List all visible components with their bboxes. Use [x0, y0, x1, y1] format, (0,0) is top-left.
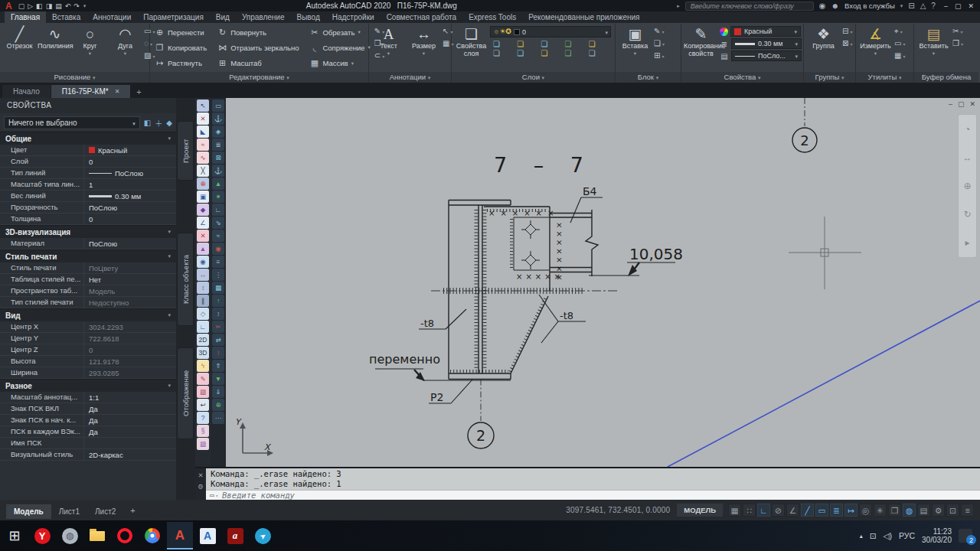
close-button[interactable]: ✕ — [969, 100, 975, 108]
property-row[interactable]: Пространство таб... Модель — [0, 285, 176, 297]
ribbon-button[interactable]: ◟ Сопряжение ▾ — [307, 43, 372, 53]
property-row[interactable]: Тип линий ПоСлою — [0, 168, 176, 179]
qat-icon[interactable]: ↶ — [65, 1, 71, 11]
nav-tool-icon[interactable]: ↻ — [963, 209, 971, 220]
new-drawing-tab-button[interactable]: + — [131, 86, 146, 98]
autodesk-app-icon[interactable]: △ — [920, 1, 926, 11]
layer-tool-icon[interactable]: ❏ — [493, 49, 512, 57]
toolbar-icon[interactable]: ✕ — [197, 112, 209, 125]
panel-label-draw[interactable]: Рисование ▾ — [0, 72, 149, 83]
drawing-canvas[interactable]: 7 – 7 — [226, 98, 980, 467]
tool-icon[interactable]: ▦ — [894, 51, 905, 61]
toolbar-icon[interactable]: ▨ — [197, 386, 209, 398]
app-store-cart-icon[interactable]: ⊟ — [908, 1, 914, 11]
property-row[interactable]: Масштаб типа лин... 1 — [0, 179, 176, 191]
toolbar-icon[interactable]: ∿ — [197, 152, 209, 164]
nav-tool-icon[interactable]: ◔ — [965, 124, 970, 135]
ribbon-button[interactable]: ⊞ Масштаб — [215, 58, 304, 68]
tool-icon[interactable]: ⌖ — [894, 27, 905, 37]
volume-icon[interactable]: ◁) — [883, 531, 892, 540]
toolbar-icon[interactable]: ↕ — [212, 347, 224, 359]
minimize-button[interactable]: – — [949, 100, 952, 108]
annotations[interactable]: Б4 10,058 -t8 -t8 переменно — [369, 185, 683, 403]
ribbon-tab[interactable]: Главная — [5, 11, 46, 23]
customize-icon[interactable]: ⚙ — [198, 483, 204, 491]
quick-select-icon[interactable]: ◆ — [166, 119, 172, 127]
status-toggle[interactable]: ∟ — [757, 504, 770, 517]
qat-icon[interactable]: ◧ — [36, 1, 43, 11]
property-row[interactable]: Высота 121.9178 — [0, 356, 176, 367]
ribbon-tab[interactable]: Вывод — [291, 11, 326, 23]
toolbar-icon[interactable]: ▭ — [212, 99, 224, 112]
chevron-down-icon[interactable]: ▾ — [900, 3, 903, 9]
layer-tool-icon[interactable]: ❏ — [589, 40, 608, 48]
toolbar-icon[interactable]: ▼ — [212, 373, 224, 385]
minimize-button[interactable]: – — [944, 2, 948, 10]
tool-icon[interactable]: ⊟ — [842, 27, 852, 37]
panel-label-layers[interactable]: Слои ▾ — [452, 72, 615, 83]
toolbar-icon[interactable]: ⇓ — [212, 386, 224, 398]
taskbar-app[interactable] — [112, 522, 138, 549]
file-tab-start[interactable]: Начало — [2, 85, 51, 98]
selection-dropdown[interactable]: Ничего не выбрано — [4, 116, 140, 129]
qat-icon[interactable]: ▤ — [55, 1, 62, 11]
palette-title[interactable]: СВОЙСТВА — [0, 98, 176, 113]
panel-label-utilities[interactable]: Утилиты ▾ — [856, 72, 913, 83]
status-toggle[interactable]: ⚙ — [932, 504, 945, 517]
property-row[interactable]: Центр Y 722.8618 — [0, 333, 176, 344]
toolbar-icon[interactable]: ∥ — [197, 295, 209, 307]
tray-expand-icon[interactable]: ▴ — [860, 533, 863, 540]
side-tab-display[interactable]: Отображение — [177, 347, 194, 439]
file-tab-current[interactable]: П16-75Р-КМ* ✕ — [51, 85, 131, 98]
ribbon-tab[interactable]: Параметризация — [137, 11, 210, 23]
clock[interactable]: 11:23 30/03/20 — [922, 527, 952, 544]
toolbar-icon[interactable]: ↖ — [197, 99, 209, 112]
status-toggle[interactable]: ╱ — [801, 504, 814, 517]
measure-button[interactable]: ∡ Измерить ▾ — [858, 24, 893, 71]
property-row[interactable]: Центр Z 0 — [0, 344, 176, 356]
property-row[interactable]: Слой 0 — [0, 156, 176, 168]
layout-tab[interactable]: Лист2 — [87, 504, 123, 519]
property-row[interactable]: Визуальный стиль 2D-каркас — [0, 449, 176, 461]
toolbar-icon[interactable]: ⊕ — [197, 178, 209, 190]
toolbar-icon[interactable]: ▲ — [212, 178, 224, 190]
toolbar-icon[interactable]: ? — [197, 412, 209, 424]
toolbar-icon[interactable]: ✎ — [197, 373, 209, 385]
taskbar-app[interactable]: ➤ — [250, 522, 276, 549]
status-toggle[interactable]: ↦ — [844, 504, 858, 517]
help-icon[interactable]: ? — [931, 1, 936, 11]
property-row[interactable]: Толщина 0 — [0, 214, 176, 225]
lineweight-dropdown[interactable]: 0.30 мм — [731, 38, 802, 49]
language-indicator[interactable]: РУС — [899, 531, 915, 540]
paste-button[interactable]: ▤ Вставить ▾ — [916, 24, 951, 71]
layer-tool-icon[interactable]: ❏ — [493, 40, 512, 48]
command-input[interactable]: ▭ Введите команду — [206, 490, 980, 500]
status-toggle[interactable]: ⊡ — [946, 504, 959, 517]
grid-axis[interactable]: 2 2 — [431, 98, 817, 448]
ribbon-button[interactable]: ✂ Обрезать ▾ — [307, 28, 372, 37]
select-objects-icon[interactable]: ＋ — [155, 117, 162, 129]
ribbon-button[interactable]: ▦ Массив ▾ — [307, 58, 372, 68]
taskbar-app[interactable]: Y — [29, 522, 55, 549]
notification-center-icon[interactable]: 2 — [959, 529, 972, 543]
qat-icon[interactable]: ↷ — [74, 1, 80, 11]
ribbon-tab[interactable]: Вид — [210, 11, 236, 23]
toolbar-icon[interactable]: ⚓ — [212, 112, 224, 125]
restore-button[interactable]: ▢ — [958, 100, 965, 108]
property-row[interactable]: Знак ПСК ВКЛ Да — [0, 403, 176, 415]
layer-tool-icon[interactable]: ❏ — [541, 40, 560, 48]
toolbar-icon[interactable]: ⊕ — [212, 399, 224, 411]
toolbar-icon[interactable]: ⋮ — [212, 269, 224, 281]
toolbar-icon[interactable]: ◉ — [197, 256, 209, 268]
insert-block-button[interactable]: ▣ Вставка ▾ — [618, 24, 652, 71]
toolbar-icon[interactable]: ▣ — [197, 191, 209, 203]
toolbar-icon[interactable]: ⇘ — [212, 217, 224, 229]
network-icon[interactable]: ⊡ — [870, 531, 877, 540]
qat-icon[interactable]: ◨ — [46, 1, 53, 11]
taskbar-app[interactable]: ⊞ — [2, 522, 28, 549]
ribbon-tab[interactable]: Вставка — [46, 11, 87, 23]
toolbar-icon[interactable]: ◉ — [212, 243, 224, 255]
match-properties-button[interactable]: ✎ Копирование свойств — [684, 24, 718, 71]
layer-tool-icon[interactable]: ❏ — [589, 49, 608, 57]
nav-tool-icon[interactable]: ⊕ — [963, 181, 971, 191]
